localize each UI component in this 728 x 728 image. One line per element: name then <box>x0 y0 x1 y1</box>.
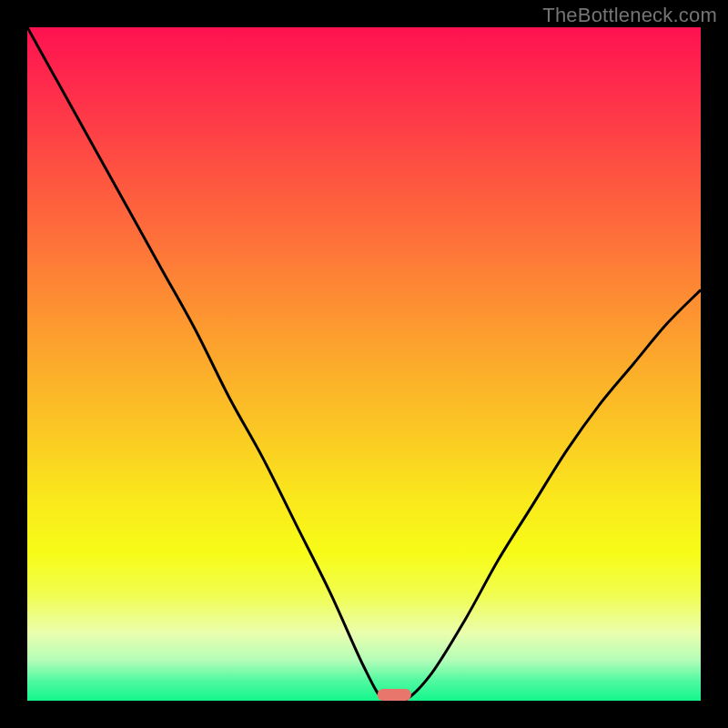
curve-layer <box>27 27 701 701</box>
attribution-label: TheBottleneck.com <box>542 4 717 27</box>
bottleneck-curve <box>27 27 701 701</box>
optimal-marker <box>378 689 411 701</box>
chart-frame: TheBottleneck.com <box>0 0 728 728</box>
plot-area <box>27 27 701 701</box>
